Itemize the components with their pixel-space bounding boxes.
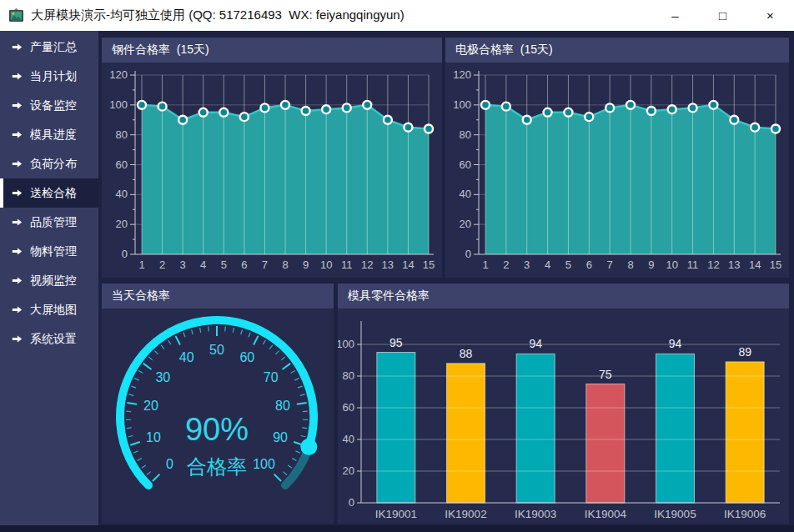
svg-text:95: 95 [389, 336, 403, 349]
arrow-icon [12, 246, 23, 257]
arrow-icon [12, 71, 23, 82]
sidebar-item-label: 送检合格 [30, 186, 77, 201]
sidebar-item-label: 物料管理 [30, 244, 77, 259]
svg-text:20: 20 [143, 399, 158, 413]
svg-text:89: 89 [738, 345, 751, 359]
svg-text:90: 90 [273, 430, 288, 444]
svg-text:IK19003: IK19003 [515, 508, 556, 520]
svg-text:6: 6 [586, 258, 592, 271]
svg-text:50: 50 [209, 343, 224, 357]
sidebar-item-3[interactable]: 设备监控 [0, 91, 98, 120]
svg-text:12: 12 [361, 258, 373, 271]
svg-text:14: 14 [402, 258, 414, 271]
svg-text:10: 10 [146, 430, 161, 444]
svg-text:IK19001: IK19001 [375, 508, 417, 520]
svg-text:IK19004: IK19004 [585, 508, 627, 520]
svg-text:7: 7 [262, 258, 268, 271]
mold-parts-pass-rate-chart: 02040608010095IK1900188IK1900294IK190037… [338, 309, 789, 524]
svg-text:100: 100 [338, 338, 354, 350]
sidebar-item-9[interactable]: 视频监控 [0, 266, 98, 295]
arrow-icon [12, 217, 23, 228]
sidebar-item-4[interactable]: 模具进度 [0, 120, 98, 149]
svg-text:IK19006: IK19006 [724, 508, 766, 520]
panel-title: 模具零件合格率 [338, 284, 789, 309]
sidebar-item-5[interactable]: 负荷分布 [0, 149, 98, 178]
svg-text:100: 100 [109, 98, 128, 111]
panel-electrode-pass-rate: 电极合格率 (15天) 0204060801001201234567891011… [445, 38, 789, 278]
sidebar-item-11[interactable]: 系统设置 [0, 324, 98, 354]
svg-text:8: 8 [627, 258, 633, 271]
panel-mold-parts-pass-rate: 模具零件合格率 02040608010095IK1900188IK1900294… [338, 284, 789, 524]
sidebar-item-label: 大屏地图 [30, 303, 77, 318]
svg-text:2: 2 [159, 258, 165, 271]
sidebar-item-10[interactable]: 大屏地图 [0, 295, 98, 324]
svg-text:75: 75 [599, 368, 612, 381]
svg-text:14: 14 [749, 258, 761, 271]
svg-text:11: 11 [687, 258, 699, 271]
svg-text:3: 3 [180, 258, 186, 271]
svg-text:100: 100 [253, 457, 275, 471]
main-content: 钢件合格率 (15天) 0204060801001201234567891011… [98, 31, 794, 525]
svg-text:0: 0 [166, 457, 173, 471]
close-button[interactable]: × [746, 0, 794, 31]
arrow-icon [12, 42, 23, 53]
sidebar-item-7[interactable]: 品质管理 [0, 208, 98, 237]
svg-text:100: 100 [453, 98, 471, 111]
svg-text:1: 1 [482, 258, 488, 271]
sidebar-item-label: 负荷分布 [30, 157, 77, 172]
today-pass-rate-gauge: 010203040506070809010090%合格率 [102, 309, 334, 524]
window-bottom-edge [0, 525, 794, 532]
svg-text:90%: 90% [185, 412, 249, 447]
arrow-icon [12, 304, 23, 315]
svg-text:15: 15 [770, 258, 781, 271]
arrow-icon [12, 188, 23, 198]
app-icon [8, 8, 24, 23]
svg-text:IK19005: IK19005 [654, 508, 696, 520]
svg-text:30: 30 [155, 370, 170, 384]
svg-text:2: 2 [503, 258, 509, 271]
svg-text:40: 40 [116, 188, 128, 200]
sidebar-item-1[interactable]: 产量汇总 [0, 33, 98, 62]
svg-text:80: 80 [116, 128, 128, 141]
panel-title: 钢件合格率 (15天) [102, 38, 442, 63]
svg-text:60: 60 [239, 350, 254, 364]
svg-text:60: 60 [460, 158, 471, 171]
svg-text:10: 10 [666, 258, 677, 271]
svg-text:40: 40 [179, 350, 194, 364]
panel-title: 电极合格率 (15天) [445, 38, 789, 63]
svg-text:120: 120 [109, 68, 128, 81]
svg-text:15: 15 [423, 258, 435, 271]
svg-text:5: 5 [565, 258, 571, 271]
svg-text:1: 1 [138, 258, 144, 271]
sidebar-item-2[interactable]: 当月计划 [0, 62, 98, 91]
svg-text:13: 13 [382, 258, 394, 271]
minimize-button[interactable]: – [651, 0, 699, 31]
arrow-icon [12, 100, 23, 111]
svg-text:60: 60 [116, 158, 128, 171]
sidebar-item-label: 系统设置 [30, 332, 77, 347]
arrow-icon [12, 129, 23, 140]
svg-text:9: 9 [303, 258, 309, 271]
svg-text:20: 20 [116, 218, 128, 230]
svg-text:88: 88 [460, 347, 473, 360]
window-title: 大屏模块演示-均可独立使用 (QQ: 517216493 WX: feiyang… [31, 8, 651, 23]
app-body: 产量汇总当月计划设备监控模具进度负荷分布送检合格品质管理物料管理视频监控大屏地图… [0, 31, 794, 525]
sidebar-item-label: 当月计划 [30, 69, 77, 84]
svg-text:20: 20 [343, 464, 354, 477]
svg-text:5: 5 [221, 258, 227, 271]
arrow-icon [12, 275, 23, 286]
svg-text:7: 7 [607, 258, 613, 271]
maximize-button[interactable]: □ [699, 0, 746, 31]
electrode-pass-rate-chart: 020406080100120123456789101112131415 [445, 63, 789, 278]
svg-text:70: 70 [264, 370, 279, 384]
sidebar-item-label: 设备监控 [30, 98, 77, 113]
svg-text:8: 8 [282, 258, 288, 271]
svg-text:10: 10 [320, 258, 332, 271]
sidebar-item-8[interactable]: 物料管理 [0, 237, 98, 266]
svg-text:4: 4 [545, 258, 550, 271]
svg-text:80: 80 [460, 128, 471, 141]
sidebar-item-6[interactable]: 送检合格 [0, 178, 98, 208]
panel-title: 当天合格率 [102, 284, 334, 309]
svg-text:3: 3 [524, 258, 530, 271]
sidebar: 产量汇总当月计划设备监控模具进度负荷分布送检合格品质管理物料管理视频监控大屏地图… [0, 31, 98, 525]
